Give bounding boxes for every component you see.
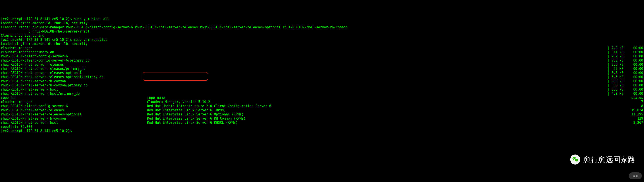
- repo-size-time: | 65 kB 00:00: [586, 83, 643, 88]
- repo-status: 11,295: [617, 112, 643, 116]
- repo-file: rhui-REGION-client-config-server-6: [1, 54, 68, 58]
- terminal-line: Cleaning up Everything: [1, 34, 643, 38]
- repo-id: rhui-REGION-rhel-server-rhscl: [1, 121, 147, 125]
- repo-id: cloudera-manager: [1, 100, 147, 104]
- col-status: status: [617, 96, 643, 100]
- repo-size-time: | 5.5 MB 00:00: [586, 75, 643, 79]
- repo-size-time: | 3.8 kB 00:00: [586, 79, 643, 83]
- repo-size-time: | 3.5 kB 00:00: [586, 88, 643, 92]
- download-row: rhui-REGION-client-config-server-6| 2.9 …: [1, 54, 643, 58]
- terminal-line: Cleaning repos: cloudera-manager rhui-RE…: [1, 25, 643, 30]
- repo-size-time: | 7.0 kB 00:00: [586, 58, 643, 63]
- repo-size-time: | 3.5 kB 00:00: [586, 63, 643, 67]
- watermark: 愈行愈远回家路: [570, 154, 635, 164]
- wechat-icon: [570, 154, 580, 164]
- repo-name: Red Hat Enterprise Linux Server 6 Option…: [147, 112, 617, 116]
- download-row: rhui-REGION-rhel-server-rh-common| 3.8 k…: [1, 79, 643, 83]
- download-row: rhui-REGION-rhel-server-rhscl| 3.5 kB 00…: [1, 88, 643, 92]
- watermark-text: 愈行愈远回家路: [583, 158, 635, 162]
- repo-file: rhui-REGION-rhel-server-releases-optiona…: [1, 75, 104, 79]
- repo-file: rhui-REGION-rhel-server-rh-common: [1, 79, 66, 83]
- repo-size-time: | 57 MB 00:00: [586, 67, 643, 71]
- repolist-row: rhui-REGION-rhel-server-rhsclRed Hat Ent…: [1, 121, 643, 125]
- repo-file: rhui-REGION-client-config-server-6/prima…: [1, 58, 90, 63]
- repolist-total: repolist: 39,330: [1, 125, 643, 129]
- download-row: rhui-REGION-rhel-server-releases/primary…: [1, 67, 643, 71]
- repo-size-time: | 3.5 kB 00:00: [586, 71, 643, 75]
- prompt-line: [ec2-user@ip-172-31-8-141 cm5.10.2]$ sud…: [1, 38, 643, 42]
- repo-name: Cloudera Manager, Version 5.10.2: [147, 100, 617, 104]
- col-repo-id: repo id: [1, 96, 147, 100]
- repolist-row: rhui-REGION-rhel-server-rh-commonRed Hat…: [1, 116, 643, 121]
- repo-name: Red Hat Update Infrastructure 2.0 Client…: [147, 104, 617, 108]
- terminal-line: Loaded plugins: amazon-id, rhui-lb, secu…: [1, 42, 643, 46]
- repo-file: rhui-REGION-rhel-server-rhscl: [1, 88, 58, 92]
- repolist-row: rhui-REGION-rhel-server-releasesRed Hat …: [1, 108, 643, 112]
- repo-name: Red Hat Enterprise Linux Server 6 RHSCL …: [147, 121, 617, 125]
- repo-file: cloudera-manager: [1, 46, 32, 50]
- repo-status: 129: [617, 116, 643, 121]
- repo-status: 8,267: [617, 121, 643, 125]
- download-row: rhui-REGION-rhel-server-releases-optiona…: [1, 75, 643, 79]
- repo-id: rhui-REGION-rhel-server-releases: [1, 108, 147, 112]
- col-repo-name: repo name: [147, 96, 617, 100]
- download-row: cloudera-manager| 2.9 kB 00:00: [1, 46, 643, 50]
- repo-status: 8: [617, 104, 643, 108]
- repolist-row: rhui-REGION-client-config-server-6Red Ha…: [1, 104, 643, 108]
- repo-file: rhui-REGION-rhel-server-releases/primary…: [1, 67, 86, 71]
- download-row: cloudera-manager/primary_db| 11 kB 00:00: [1, 50, 643, 54]
- repolist-header: repo idrepo namestatus: [1, 96, 643, 100]
- download-row: rhui-REGION-rhel-server-rh-common/primar…: [1, 83, 643, 88]
- download-row: rhui-REGION-rhel-server-releases| 3.5 kB…: [1, 63, 643, 67]
- repo-file: rhui-REGION-rhel-server-rhscl/primary_db: [1, 92, 80, 96]
- download-row: rhui-REGION-client-config-server-6/prima…: [1, 58, 643, 63]
- download-row: rhui-REGION-rhel-server-rhscl/primary_db…: [1, 92, 643, 96]
- repo-status: 7: [617, 100, 643, 104]
- repo-id: rhui-REGION-rhel-server-rh-common: [1, 116, 147, 121]
- terminal-line: Loaded plugins: amazon-id, rhui-lb, secu…: [1, 21, 643, 25]
- prompt-line: [ec2-user@ip-172-31-8-141 cm5.10.2]$: [1, 129, 643, 133]
- repo-size-time: | 4.0 MB 00:00: [586, 92, 643, 96]
- terminal-output[interactable]: [ec2-user@ip-172-31-8-141 cm5.10.2]$ sud…: [1, 17, 643, 133]
- repo-name: Red Hat Enterprise Linux Server 6 (RPMs): [147, 108, 617, 112]
- repo-status: 19,624: [617, 108, 643, 112]
- corner-badge-icon: ▣ ⧉: [633, 174, 638, 178]
- repo-id: rhui-REGION-client-config-server-6: [1, 104, 147, 108]
- repo-id: rhui-REGION-rhel-server-releases-optiona…: [1, 112, 147, 116]
- repo-file: rhui-REGION-rhel-server-releases-optiona…: [1, 71, 82, 75]
- repolist-row: rhui-REGION-rhel-server-releases-optiona…: [1, 112, 643, 116]
- download-row: rhui-REGION-rhel-server-releases-optiona…: [1, 71, 643, 75]
- repo-file: rhui-REGION-rhel-server-rh-common/primar…: [1, 83, 88, 88]
- repolist-row: cloudera-managerCloudera Manager, Versio…: [1, 100, 643, 104]
- prompt-line: [ec2-user@ip-172-31-8-141 cm5.10.2]$ sud…: [1, 17, 643, 21]
- repo-file: cloudera-manager/primary_db: [1, 50, 54, 54]
- repo-size-time: | 2.9 kB 00:00: [586, 46, 643, 50]
- repo-file: rhui-REGION-rhel-server-releases: [1, 63, 64, 67]
- repo-name: Red Hat Enterprise Linux Server 6 RH Com…: [147, 116, 617, 121]
- repo-size-time: | 2.9 kB 00:00: [586, 54, 643, 58]
- terminal-line: : rhui-REGION-rhel-server-rhscl: [1, 30, 643, 34]
- repo-size-time: | 11 kB 00:00: [586, 50, 643, 54]
- corner-badge: ▣ ⧉: [629, 172, 642, 180]
